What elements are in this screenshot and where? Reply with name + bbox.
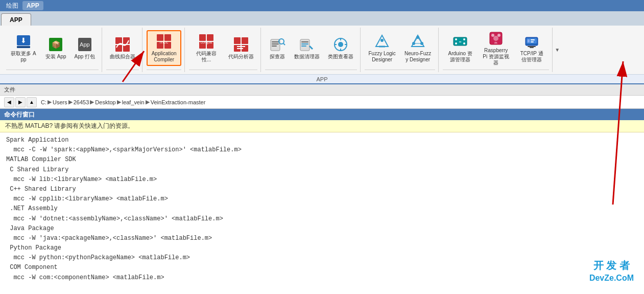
arduino-label: Arduino 资源管理器 <box>446 51 474 63</box>
svg-point-36 <box>380 39 384 42</box>
raspberry-icon: Pi <box>488 30 504 47</box>
ribbon-section-code: compat 代码兼容性... <box>186 28 261 72</box>
class-viewer-button[interactable]: 类图查看器 <box>324 34 357 62</box>
content-line: Python Package <box>6 243 638 253</box>
install-app-label: 安装 App <box>45 54 66 60</box>
code-compat-button[interactable]: compat 代码兼容性... <box>189 31 224 65</box>
curve-fit-label: 曲线拟合器 <box>110 54 135 60</box>
svg-rect-59 <box>531 41 534 42</box>
app-pack-label: App 打包 <box>75 54 96 60</box>
content-line: Java Package <box>6 224 638 234</box>
install-app-icon: 📦 <box>47 36 64 53</box>
fuzzy-logic-button[interactable]: Fuzzy Logic Designer <box>365 31 399 65</box>
content-line: mcc -C -W 'spark:<appName>,<sparkMajorVe… <box>6 145 638 155</box>
ribbon-section-curve: 曲线拟合器 <box>103 28 142 72</box>
ribbon-section-explore: 探查器 数据清理器 <box>262 28 361 72</box>
code-analyzer-icon <box>233 36 249 53</box>
ribbon-section-hardware: ∞ Arduino 资源管理器 Pi <box>440 28 553 72</box>
svg-rect-20 <box>272 43 279 44</box>
svg-text:Pi: Pi <box>494 41 497 44</box>
neuro-fuzzy-icon <box>410 33 426 50</box>
svg-rect-14 <box>234 37 241 44</box>
app-compiler-label: Application Compiler <box>151 51 177 63</box>
svg-rect-57 <box>528 39 530 42</box>
nav-back-btn[interactable]: ◀ <box>4 97 14 107</box>
path-part-6[interactable]: VeinExtraction-master <box>151 99 206 105</box>
neuro-fuzzy-label: Neuro-Fuzzy Designer <box>404 51 432 63</box>
path-sep-1: ▶ <box>47 99 52 105</box>
fuzzy-logic-icon <box>374 33 390 50</box>
menu-item-draw[interactable]: 绘图 <box>2 1 22 11</box>
nav-up-btn[interactable]: ▲ <box>27 97 37 107</box>
raspberry-label: Raspberry Pi 资源监视器 <box>482 48 510 66</box>
path-part-2[interactable]: Users <box>53 99 67 105</box>
code-compat-icon: compat <box>198 33 214 50</box>
content-line: COM Component <box>6 263 638 273</box>
svg-rect-58 <box>531 39 535 40</box>
section-label-6 <box>365 70 435 72</box>
install-app-button[interactable]: 📦 安装 App <box>42 34 70 62</box>
raspberry-button[interactable]: Pi Raspberry Pi 资源监视器 <box>479 28 513 69</box>
content-line: MATLAB Compiler SDK <box>6 155 638 165</box>
svg-rect-3 <box>123 45 130 52</box>
ribbon-section-items-2: 曲线拟合器 <box>106 28 139 69</box>
data-cleaner-label: 数据清理器 <box>294 54 320 60</box>
path-part-4[interactable]: Desktop <box>95 99 115 105</box>
ribbon-section-appcomp: mcc Application Compiler <box>144 28 185 72</box>
ribbon: ⬇ 获取更多 App 📦 安装 App <box>0 26 644 84</box>
svg-point-48 <box>463 42 465 44</box>
menu-item-app[interactable]: APP <box>22 1 43 10</box>
ribbon-section-items-4: compat 代码兼容性... <box>189 28 257 69</box>
data-cleaner-button[interactable]: 数据清理器 <box>291 34 323 62</box>
path-sep-3: ▶ <box>90 99 94 105</box>
code-compat-label: 代码兼容性... <box>193 51 220 63</box>
curve-fit-icon <box>114 36 131 53</box>
app-pack-button[interactable]: App App 打包 <box>71 34 99 62</box>
arduino-button[interactable]: ∞ Arduino 资源管理器 <box>443 31 478 65</box>
code-analyzer-button[interactable]: 代码分析器 <box>225 34 257 62</box>
svg-rect-21 <box>272 46 277 47</box>
ribbon-section-items-7: ∞ Arduino 资源管理器 Pi <box>443 28 549 69</box>
tab-bar: APP <box>0 11 644 26</box>
get-more-app-button[interactable]: ⬇ 获取更多 App <box>6 31 41 65</box>
cmd-label-bar: 命令行窗口 <box>0 109 644 120</box>
section-label-3 <box>147 70 181 72</box>
content-area[interactable]: Spark Application mcc -C -W 'spark:<appN… <box>0 132 644 294</box>
section-label-1 <box>6 70 99 72</box>
ribbon-section-items-1: ⬇ 获取更多 App 📦 安装 App <box>6 28 99 69</box>
svg-point-29 <box>338 42 343 47</box>
tcpip-icon <box>523 33 540 50</box>
curve-fit-button[interactable]: 曲线拟合器 <box>106 34 139 62</box>
ribbon-expand-btn[interactable]: ▼ <box>554 28 561 72</box>
content-line: mcc -W 'java:<packageName>,<className>' … <box>6 234 638 243</box>
watermark-line2: DevZe.CoM <box>589 273 634 284</box>
content-line: C++ Shared Library <box>6 185 638 194</box>
app-compiler-button[interactable]: mcc Application Compiler <box>147 30 181 66</box>
svg-point-46 <box>455 42 457 44</box>
tcpip-button[interactable]: TCP/IP 通信管理器 <box>514 31 549 65</box>
path-sep-2: ▶ <box>68 99 73 105</box>
explorer-label: 探查器 <box>270 54 285 60</box>
neuro-fuzzy-button[interactable]: Neuro-Fuzzy Designer <box>400 31 435 65</box>
explorer-button[interactable]: 探查器 <box>265 34 290 62</box>
content-line: mcc -W cpplib:<libraryName> <matlabFile.… <box>6 194 638 204</box>
nav-forward-btn[interactable]: ▶ <box>15 97 26 107</box>
arduino-icon: ∞ <box>452 33 468 50</box>
path-part-3[interactable]: 26453 <box>74 99 89 105</box>
app-pack-icon: App <box>77 36 93 53</box>
path-sep-4: ▶ <box>117 99 121 105</box>
tab-app[interactable]: APP <box>1 13 31 26</box>
svg-rect-15 <box>242 37 248 44</box>
nav-buttons: ◀ ▶ ▲ <box>4 97 37 107</box>
section-label-2 <box>106 70 139 72</box>
ribbon-section-items-5: 探查器 数据清理器 <box>265 28 357 69</box>
svg-point-47 <box>463 38 465 40</box>
path-part-1[interactable]: C: <box>41 99 46 105</box>
content-line: mcc -W lib:<libraryName> <matlabFile.m> <box>6 175 638 185</box>
ribbon-main-label-text: APP <box>316 76 327 82</box>
watermark: 开 发 者 DevZe.CoM <box>589 258 634 284</box>
path-part-5[interactable]: leaf_vein <box>122 99 145 105</box>
ribbon-section-main-label: APP <box>0 74 644 83</box>
svg-rect-25 <box>301 41 308 42</box>
explorer-icon <box>269 36 285 53</box>
